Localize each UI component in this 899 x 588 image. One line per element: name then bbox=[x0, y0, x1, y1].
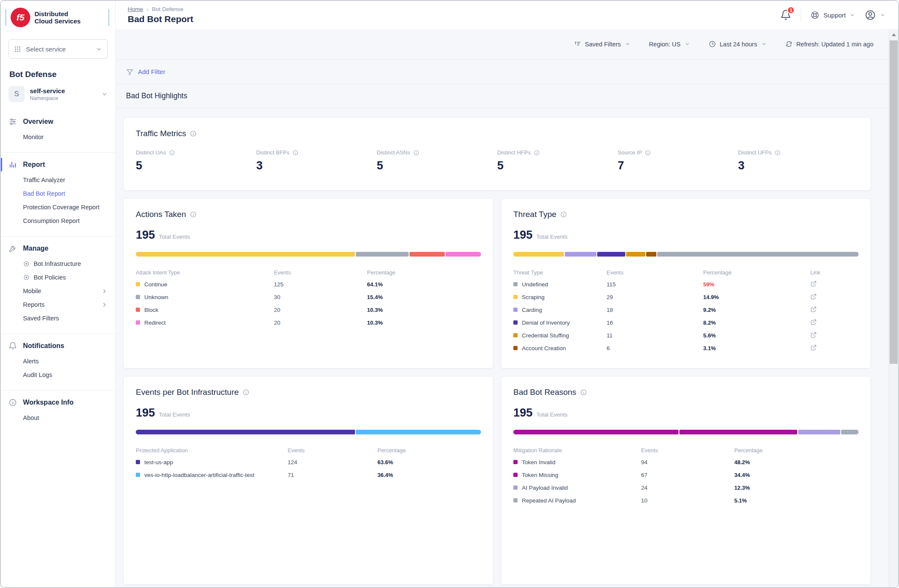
row-events: 29 bbox=[607, 294, 703, 300]
notifications-button[interactable]: 1 bbox=[780, 9, 791, 20]
sidebar-item-saved-filters[interactable]: Saved Filters bbox=[1, 311, 115, 325]
row-label: test-us-app bbox=[144, 459, 173, 465]
info-icon[interactable] bbox=[243, 389, 249, 396]
row-percentage: 10.3% bbox=[367, 307, 481, 313]
target-icon bbox=[23, 274, 30, 281]
sidebar-group-report: ReportTraffic AnalyzerBad Bot ReportProt… bbox=[1, 152, 115, 236]
external-link-icon[interactable] bbox=[810, 319, 817, 325]
workspace-info-icon bbox=[9, 398, 17, 407]
support-menu[interactable]: Support bbox=[810, 11, 855, 20]
filter-toolbar: Saved Filters Region: US Last 24 hours R… bbox=[116, 29, 889, 60]
sidebar-section-overview[interactable]: Overview bbox=[1, 113, 115, 130]
scrollbar-up-arrow[interactable] bbox=[889, 29, 898, 40]
info-icon[interactable] bbox=[292, 150, 298, 156]
sidebar-item-consumption-report[interactable]: Consumption Report bbox=[1, 214, 115, 228]
column-header-percentage: Percentage bbox=[703, 269, 810, 276]
manage-icon bbox=[9, 244, 17, 253]
chevron-down-icon bbox=[101, 91, 108, 97]
breadcrumb-home-link[interactable]: Home bbox=[128, 6, 143, 12]
sidebar-item-about[interactable]: About bbox=[1, 411, 115, 425]
sidebar-item-bot-policies[interactable]: Bot Policies bbox=[1, 271, 115, 284]
row-percentage: 34.4% bbox=[734, 472, 859, 478]
report-icon bbox=[9, 160, 17, 169]
sidebar-item-audit-logs[interactable]: Audit Logs bbox=[1, 368, 115, 382]
sidebar-item-bot-infrastructure[interactable]: Bot Infrastructure bbox=[1, 257, 115, 271]
sidebar-item-traffic-analyzer[interactable]: Traffic Analyzer bbox=[1, 173, 115, 187]
select-service-dropdown[interactable]: Select service bbox=[9, 39, 108, 59]
metric-label: Source IP bbox=[618, 149, 642, 156]
main-area: Home › Bot Defense Bad Bot Report 1 Supp… bbox=[116, 1, 898, 587]
sidebar-item-reports[interactable]: Reports bbox=[1, 298, 115, 311]
sidebar-item-monitor[interactable]: Monitor bbox=[1, 130, 115, 144]
refresh-button[interactable]: Refresh: Updated 1 min ago bbox=[785, 40, 873, 48]
total-events-label: Total Events bbox=[536, 411, 568, 418]
info-icon[interactable] bbox=[413, 150, 419, 156]
row-events: 24 bbox=[641, 485, 734, 491]
info-icon[interactable] bbox=[190, 211, 197, 218]
info-icon[interactable] bbox=[190, 130, 197, 137]
sidebar-section-manage[interactable]: Manage bbox=[1, 240, 115, 257]
info-icon[interactable] bbox=[645, 150, 651, 156]
product-title: Bot Defense bbox=[1, 62, 115, 83]
column-header-protected-application: Protected Application bbox=[136, 447, 288, 454]
column-header-attack-intent-type: Attack Intent Type bbox=[136, 269, 274, 276]
sidebar-group-overview: OverviewMonitor bbox=[1, 110, 115, 152]
chevron-down-icon bbox=[625, 41, 630, 47]
info-icon[interactable] bbox=[775, 150, 781, 156]
scrollbar[interactable] bbox=[889, 29, 898, 587]
time-range-dropdown[interactable]: Last 24 hours bbox=[709, 40, 767, 48]
legend-swatch bbox=[513, 308, 518, 312]
total-events-value: 195 bbox=[513, 406, 533, 420]
row-label: AI Payload Invalid bbox=[522, 485, 568, 491]
sidebar-item-protection-coverage-report[interactable]: Protection Coverage Report bbox=[1, 200, 115, 214]
account-menu[interactable] bbox=[865, 9, 885, 21]
f5-logo-text: f5 bbox=[17, 12, 25, 23]
chevron-right-icon bbox=[101, 288, 108, 294]
region-dropdown[interactable]: Region: US bbox=[649, 41, 690, 48]
external-link-icon[interactable] bbox=[810, 293, 817, 300]
sidebar-item-bad-bot-report[interactable]: Bad Bot Report bbox=[1, 187, 115, 200]
metric-label: Distinct ASNs bbox=[377, 149, 410, 156]
row-label: Repeated AI Payload bbox=[522, 497, 576, 504]
sidebar-section-report[interactable]: Report bbox=[1, 156, 115, 173]
namespace-selector[interactable]: S self-service Namespace bbox=[1, 83, 115, 110]
card-title: Events per Bot Infrastructure bbox=[136, 388, 239, 397]
metric-label: Distinct UAs bbox=[136, 149, 166, 156]
bar-segment bbox=[679, 430, 797, 434]
external-link-icon[interactable] bbox=[810, 344, 817, 351]
external-link-icon[interactable] bbox=[810, 306, 817, 313]
sidebar-group-notifications: NotificationsAlertsAudit Logs bbox=[1, 334, 115, 390]
info-icon[interactable] bbox=[169, 150, 175, 156]
table-row-token-invalid: Token Invalid9448.2% bbox=[513, 456, 859, 468]
scrollbar-thumb[interactable] bbox=[890, 40, 898, 364]
info-icon[interactable] bbox=[560, 211, 567, 218]
sidebar-section-workspace-info[interactable]: Workspace Info bbox=[1, 394, 115, 411]
sidebar-item-label: Protection Coverage Report bbox=[23, 204, 100, 211]
row-percentage: 5.1% bbox=[734, 497, 859, 504]
sidebar-section-notifications[interactable]: Notifications bbox=[1, 337, 115, 354]
info-icon[interactable] bbox=[534, 150, 540, 156]
column-header-events: Events bbox=[274, 269, 367, 276]
row-label: Denial of Inventory bbox=[522, 320, 570, 326]
bar-segment bbox=[657, 252, 859, 257]
sidebar-item-alerts[interactable]: Alerts bbox=[1, 354, 115, 368]
bar-segment bbox=[626, 252, 645, 257]
sidebar-section-label: Notifications bbox=[23, 342, 64, 350]
row-events: 67 bbox=[641, 472, 734, 478]
info-icon[interactable] bbox=[580, 389, 587, 396]
legend-swatch bbox=[513, 498, 518, 502]
row-percentage: 8.2% bbox=[703, 320, 810, 326]
column-header-link: Link bbox=[810, 269, 859, 276]
brand-name: Distributed Cloud Services bbox=[34, 10, 80, 25]
add-filter-button[interactable]: Add Filter bbox=[138, 68, 165, 75]
sidebar-item-label: Reports bbox=[23, 301, 45, 308]
breadcrumb-separator: › bbox=[146, 6, 149, 13]
table-row-carding: Carding189.2% bbox=[513, 303, 859, 316]
metric-distinct-uas: Distinct UAs5 bbox=[136, 149, 256, 172]
f5-logo[interactable]: f5 bbox=[11, 8, 30, 27]
external-link-icon[interactable] bbox=[810, 331, 817, 338]
bar-segment bbox=[798, 430, 840, 434]
external-link-icon[interactable] bbox=[810, 280, 817, 287]
saved-filters-dropdown[interactable]: Saved Filters bbox=[574, 40, 630, 48]
sidebar-item-mobile[interactable]: Mobile bbox=[1, 284, 115, 298]
